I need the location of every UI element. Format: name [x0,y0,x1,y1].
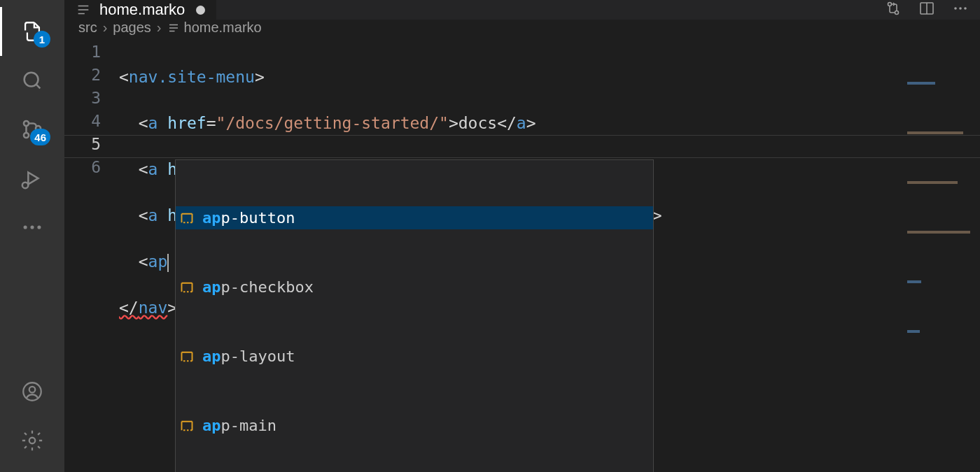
editor-actions [874,0,980,20]
suggest-label: app-layout [202,345,295,368]
marko-file-icon [76,2,91,17]
marko-file-icon [167,22,180,34]
suggest-label: app-main [202,414,276,437]
code-content[interactable]: <nav.site-menu> <a href="/docs/getting-s… [119,36,980,472]
activity-account[interactable] [0,367,64,416]
breadcrumb-seg[interactable]: home.marko [184,20,262,36]
svg-point-14 [954,7,957,10]
line-number: 1 [64,43,101,66]
more-actions-icon[interactable] [952,0,969,20]
minimap[interactable] [903,36,980,64]
svg-point-10 [29,438,36,444]
svg-point-15 [959,7,962,10]
code-line: <nav.site-menu> [119,66,980,89]
svg-point-16 [964,7,967,10]
activity-search[interactable] [0,56,64,105]
svg-point-1 [24,121,29,126]
svg-point-12 [895,11,899,15]
line-gutter: 1 2 3 4 5 6 [64,36,119,472]
suggest-label: app-checkbox [202,276,314,299]
editor-main: home.marko src › pages › home.marko 1 2 … [64,0,980,472]
code-line: <a href="/docs/getting-started/">docs</a… [119,112,980,135]
svg-point-11 [888,3,892,6]
breadcrumb[interactable]: src › pages › home.marko [64,20,980,36]
snippet-icon [180,280,195,294]
activity-settings[interactable] [0,416,64,465]
line-number: 6 [64,158,101,181]
suggest-label: app-button [202,206,295,229]
activity-explorer[interactable]: 1 [0,7,64,56]
activity-bar: 1 46 [0,0,64,472]
activity-more[interactable] [0,203,64,252]
tab-bar: home.marko [64,0,980,20]
compare-icon[interactable] [885,0,902,20]
tab-home-marko[interactable]: home.marko [64,0,217,20]
svg-point-6 [30,225,34,229]
svg-point-4 [22,183,28,189]
snippet-icon [180,211,195,225]
svg-point-9 [29,387,36,393]
breadcrumb-seg[interactable]: pages [113,20,151,36]
suggest-item[interactable]: app-layout [176,345,653,368]
line-number: 4 [64,112,101,135]
chevron-right-icon: › [155,20,163,36]
suggest-widget[interactable]: app-button app-checkbox app-layout app-m… [175,159,654,472]
suggest-item[interactable]: app-button [176,206,653,229]
svg-point-0 [24,73,38,87]
suggest-item[interactable]: app-main [176,414,653,437]
line-number: 3 [64,89,101,112]
scm-badge: 46 [30,129,50,145]
tab-filename: home.marko [99,1,185,19]
activity-debug[interactable] [0,154,64,203]
suggest-item[interactable]: app-checkbox [176,276,653,299]
text-cursor [167,254,169,272]
chevron-right-icon: › [102,20,109,36]
breadcrumb-seg[interactable]: src [78,20,97,36]
explorer-badge: 1 [34,31,50,48]
tab-dirty-indicator [196,6,205,15]
svg-point-2 [24,133,29,138]
line-number: 2 [64,66,101,89]
snippet-icon [180,419,195,433]
svg-point-5 [24,225,27,229]
activity-scm[interactable]: 46 [0,105,64,154]
editor-area[interactable]: 1 2 3 4 5 6 <nav.site-menu> <a href="/do… [64,36,980,472]
svg-point-7 [37,225,41,229]
split-editor-icon[interactable] [918,0,935,20]
snippet-icon [180,350,195,364]
